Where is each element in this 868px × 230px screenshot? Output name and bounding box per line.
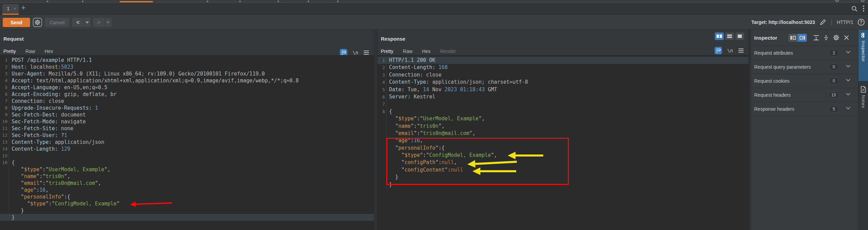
line-content: Content-Length: 129 [9,146,374,152]
line-content [386,100,749,108]
hamburger-menu-icon[interactable] [363,50,369,55]
back-dropdown[interactable] [84,18,91,27]
section-label: Response headers [754,106,794,112]
code-line[interactable]: 16{ [0,159,374,166]
dock-left-toggle[interactable] [788,34,798,42]
edit-target-pencil-icon[interactable] [819,19,826,26]
chevron-down-icon [846,51,851,54]
menu-text-fragment [207,1,208,2]
code-line[interactable]: 7Connection: close [0,98,374,105]
line-number [377,145,385,152]
code-line[interactable]: 4Content-Type: application/json; charset… [377,79,749,86]
layout-columns-button[interactable] [715,32,724,40]
line-number: 2 [0,64,8,70]
line-number [0,173,8,180]
code-line[interactable]: 8Upgrade-Insecure-Requests: 1 [0,105,374,111]
code-line[interactable]: 14Content-Length: 129 [0,146,374,152]
settings-gear-icon[interactable] [835,0,839,2]
cancel-button[interactable]: Cancel [45,18,69,27]
code-line[interactable]: 6Server: Kestrel [377,93,749,100]
code-line[interactable]: 6Accept-Encoding: gzip, deflate, br [0,91,374,98]
code-line[interactable]: 3Connection: close [377,71,749,79]
hamburger-menu-icon[interactable] [738,48,744,53]
inspector-section-request-query-parameters[interactable]: Request query parameters0 [751,60,858,74]
line-number [0,207,8,214]
response-editor[interactable]: 1HTTP/1.1 200 OK2Content-Length: 1683Con… [377,55,749,230]
request-editor[interactable]: 1POST /api/example HTTP/1.12Host: localh… [0,55,374,230]
layout-single-button[interactable] [735,32,744,40]
code-line[interactable]: } [377,174,749,181]
code-line[interactable]: "configContent":null [377,166,749,174]
close-inspector-icon[interactable] [844,35,849,40]
code-line[interactable]: "$type":"UserModel, Example", [0,166,374,173]
code-line[interactable]: "personalInfo":{ [377,145,749,152]
response-panel: Response Pretty Raw Hex Render [377,30,749,230]
code-line[interactable]: 2Content-Length: 168 [377,64,749,71]
history-back-button[interactable]: < [72,18,91,27]
code-line[interactable]: "age":16, [377,137,749,144]
burp-repeater-window: 1 × + Send [0,0,868,230]
line-number: 9 [0,111,8,118]
code-line[interactable]: 11Sec-Fetch-Site: none [0,125,374,132]
code-line[interactable]: "$type":"UserModel, Example", [377,115,749,122]
word-wrap-toggle[interactable] [715,47,722,54]
forward-dropdown[interactable] [105,18,111,27]
expand-all-icon[interactable] [813,35,819,41]
line-number [0,187,8,193]
request-settings-gear-button[interactable] [33,18,42,27]
dock-right-toggle[interactable] [798,34,807,42]
new-tab-button[interactable]: + [21,3,26,12]
history-forward-button[interactable]: > [93,18,111,27]
inspector-settings-gear-icon[interactable] [833,35,839,41]
code-line[interactable]: 5Date: Tue, 14 Nov 2023 01:18:43 GMT [377,86,749,93]
inspector-section-request-attributes[interactable]: Request attributes2 [751,46,858,60]
kebab-menu-icon[interactable] [863,5,865,12]
code-line[interactable]: 13Content-Type: application/json [0,139,374,146]
section-label: Request attributes [754,50,793,56]
code-line[interactable]: 7 [377,100,749,108]
code-line-highlighted[interactable]: } [0,214,374,221]
search-icon[interactable] [851,5,858,12]
inspector-section-response-headers[interactable]: Response headers5 [751,102,858,116]
line-content: "$type":"UserModel, Example", [9,166,374,173]
code-line[interactable]: "$type":"ConfigModel, Example" [0,200,374,207]
code-line[interactable]: "email":"tris0n@mail.com", [0,180,374,187]
panel-divider[interactable] [374,30,377,230]
code-line[interactable]: 2Host: localhost:5023 [0,64,374,70]
show-newlines-toggle[interactable]: \n [352,50,358,55]
code-line[interactable]: 5Accept-Language: en-US,en;q=0.5 [0,84,374,91]
code-line[interactable]: "age":16, [0,187,374,193]
code-line[interactable]: "name":"tris0n", [377,123,749,130]
help-icon[interactable] [861,0,865,2]
inspector-section-request-cookies[interactable]: Request cookies0 [751,74,858,88]
code-line-highlighted[interactable]: 1HTTP/1.1 200 OK [377,57,749,64]
code-line[interactable]: 8{ [377,108,749,115]
notes-side-tab[interactable]: Notes [858,84,868,118]
show-newlines-toggle[interactable]: \n [727,48,733,53]
line-number: 13 [0,139,8,146]
code-line[interactable]: "personalInfo":{ [0,193,374,200]
code-line[interactable]: 3User-Agent: Mozilla/5.0 (X11; Linux x86… [0,70,374,77]
http-version-help-icon[interactable]: ? [858,19,865,26]
inspector-side-tab[interactable]: Inspector [858,30,868,81]
code-line[interactable]: 15 [0,152,374,159]
inspector-section-request-headers[interactable]: Request headers13 [751,88,858,102]
code-line[interactable]: } [377,181,749,188]
code-line[interactable]: 4Accept: text/html,application/xhtml+xml… [0,77,374,84]
layout-rows-button[interactable] [725,32,734,40]
code-line[interactable]: "$type":"ConfigModel, Example", [377,152,749,159]
repeater-tab-bar: 1 × + [0,3,868,15]
repeater-tab-1[interactable]: 1 × [2,4,19,14]
code-line[interactable]: 9Sec-Fetch-Dest: document [0,111,374,118]
main-content: Request Pretty Raw Hex \n [0,30,868,230]
code-line[interactable]: "name":"tris0n", [0,173,374,180]
code-line[interactable]: 10Sec-Fetch-Mode: navigate [0,118,374,125]
tab-close-icon[interactable]: × [14,6,16,11]
collapse-all-icon[interactable] [824,35,829,41]
code-line[interactable]: "email":"tris0n@mail.com", [377,130,749,137]
code-line[interactable]: "configPath":null, [377,159,749,166]
send-button[interactable]: Send [3,18,30,27]
code-line[interactable]: 1POST /api/example HTTP/1.1 [0,57,374,64]
code-line[interactable]: 12Sec-Fetch-User: ?1 [0,132,374,139]
code-line[interactable]: } [0,207,374,214]
